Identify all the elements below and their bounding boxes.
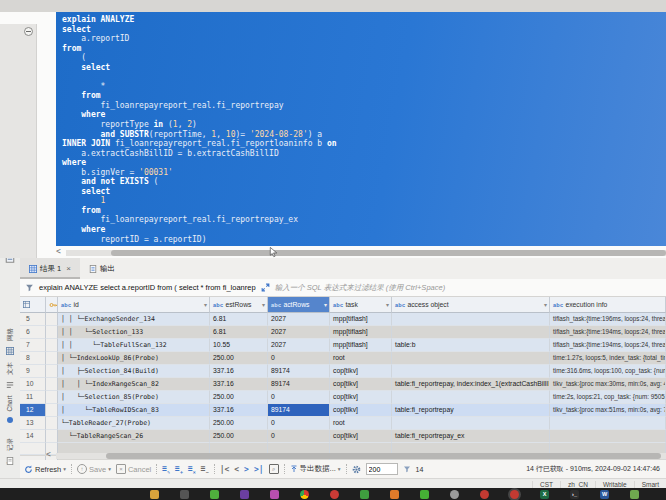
file-explorer-icon[interactable] [180,490,189,499]
chevron-down-icon[interactable]: ▾ [63,466,66,472]
cell-actRows[interactable]: 2027 [268,313,330,326]
green-grid-app-icon[interactable] [360,490,369,499]
cell-task[interactable]: mpp[tiflash] [330,339,392,352]
scroll-left-icon[interactable]: < [46,450,51,459]
table-row[interactable]: 12│ └─TableRowIDScan_83337.1689174cop[ti… [20,404,666,417]
row-number[interactable]: 6 [20,326,46,339]
row-number[interactable]: 7 [20,339,46,352]
refresh-button[interactable]: Refresh▾ [24,465,66,474]
table-row[interactable]: 7│ │ └─TableFullScan_13210.552027mpp[tif… [20,339,666,352]
side-tab-文本[interactable]: 文本 [0,364,20,393]
status-locale[interactable]: zh_CN [560,481,595,488]
cell-execution-info[interactable]: tikv_task:{proc max:30ms, min:0s, avg: 4… [550,378,666,391]
cell-estRows[interactable]: 6.81 [210,313,268,326]
cell-id[interactable]: │ ├─Selection_84(Build) [58,365,210,378]
delete-row-icon[interactable]: ≡× [188,464,196,475]
chrome-icon[interactable] [300,490,309,499]
table-row[interactable]: 6│ │ └─Selection_1336.812027mpp[tiflash]… [20,326,666,339]
cell-id[interactable]: │ │ └─TableFullScan_132 [58,339,210,352]
row-number[interactable]: 10 [20,378,46,391]
cell-actRows[interactable]: 0 [268,352,330,365]
pink-app-icon[interactable] [270,490,279,499]
key-cell[interactable] [46,391,58,404]
sort-icon[interactable]: ▾ [324,301,327,308]
last-page-icon[interactable]: >| [254,465,264,474]
cell-estRows[interactable]: 250.00 [210,352,268,365]
cell-id[interactable]: │ └─TableRowIDScan_83 [58,404,210,417]
wechat-icon[interactable] [420,490,429,499]
side-tab-网格[interactable]: 网格 [0,330,20,359]
status-writable[interactable]: Writable [595,481,634,488]
gear-app-icon[interactable] [450,490,459,499]
filter-placeholder[interactable]: 输入一个 SQL 表达式来过滤结果 (使用 Ctrl+Space) [275,283,446,293]
code-area[interactable]: explain ANALYZEselect a.reportIDfrom ( s… [56,12,666,246]
green-app-icon[interactable] [210,490,219,499]
cell-actRows[interactable]: 0 [268,430,330,443]
column-header-estRows[interactable]: abcestRows▾ [210,297,268,313]
cell-task[interactable]: cop[tikv] [330,391,392,404]
table-row[interactable]: 11│ └─Selection_85(Probe)250.000cop[tikv… [20,391,666,404]
row-gutter-header[interactable] [20,297,46,313]
row-number[interactable]: 12 [20,404,46,417]
red-circle-app-icon[interactable] [330,490,339,499]
cancel-button[interactable]: × Cancel [116,464,151,474]
cell-actRows[interactable]: 89174 [268,365,330,378]
settings-gear-icon[interactable] [352,465,361,474]
sort-icon[interactable]: ▾ [262,301,265,308]
cell-id[interactable]: │ │ └─Selection_133 [58,326,210,339]
red-badge-app-icon-active[interactable] [510,490,519,499]
cell-task[interactable]: cop[tikv] [330,430,392,443]
table-row[interactable]: 10│ │ └─IndexRangeScan_82337.1689174cop[… [20,378,666,391]
cell-execution-info[interactable]: time:2s, loops:21, cop_task: {num: 9505,… [550,391,666,404]
filter-query-text[interactable]: explain ANALYZE select a.reportID from (… [39,283,256,292]
row-number[interactable]: 13 [20,417,46,430]
table-row[interactable]: 14 └─TableRangeScan_26250.000cop[tikv]ta… [20,430,666,443]
cell-estRows[interactable]: 250.00 [210,391,268,404]
key-cell[interactable] [46,417,58,430]
column-header-actRows[interactable]: abcactRows▾ [268,297,330,313]
side-tab-记录[interactable]: 记录 [0,440,20,469]
chevron-down-icon[interactable]: ▾ [108,466,111,472]
cell-estRows[interactable]: 337.16 [210,365,268,378]
reload-page-icon[interactable]: ⌕ [269,464,279,474]
filter-icon[interactable] [25,283,34,292]
cell-access-object[interactable] [392,326,550,339]
key-cell[interactable] [46,352,58,365]
cell-execution-info[interactable]: time:1.27s, loops:5, index_task: {total_… [550,352,666,365]
table-row[interactable]: 13└─TableReader_27(Probe)250.000root [20,417,666,430]
scrollbar-thumb[interactable] [111,250,666,256]
grid-hscrollbar[interactable]: < [46,452,666,460]
row-number[interactable]: 11 [20,391,46,404]
column-header-task[interactable]: abctask▾ [330,297,392,313]
key-cell[interactable] [46,313,58,326]
scroll-left-icon[interactable]: < [56,247,61,256]
cell-task[interactable]: cop[tikv] [330,404,392,417]
cell-task[interactable]: cop[tikv] [330,378,392,391]
word-icon[interactable]: W [600,490,609,499]
row-number[interactable]: 5 [20,313,46,326]
cell-access-object[interactable] [392,391,550,404]
cell-actRows[interactable]: 0 [268,417,330,430]
table-row[interactable]: 5│ │ └─ExchangeSender_1346.812027mpp[tif… [20,313,666,326]
cell-id[interactable]: └─TableReader_27(Probe) [58,417,210,430]
cell-estRows[interactable]: 10.55 [210,339,268,352]
column-header-access-object[interactable]: abcaccess object▾ [392,297,550,313]
purple-app-icon[interactable] [240,490,249,499]
cell-estRows[interactable]: 6.81 [210,326,268,339]
row-number[interactable]: 14 [20,430,46,443]
cell-id[interactable]: │ └─IndexLookUp_86(Probe) [58,352,210,365]
close-icon[interactable]: × [66,264,71,273]
cell-execution-info[interactable]: tiflash_task:{time:196ms, loops:24, thre… [550,313,666,326]
cell-id[interactable]: │ │ └─ExchangeSender_134 [58,313,210,326]
side-tab-Chart[interactable]: Chart [0,400,20,427]
sort-icon[interactable]: ▾ [386,301,389,308]
cell-execution-info[interactable]: tiflash_task:{time:194ms, loops:24, thre… [550,326,666,339]
chevron-down-icon[interactable]: ▾ [338,466,341,472]
cell-estRows[interactable]: 250.00 [210,430,268,443]
cell-id[interactable]: │ └─Selection_85(Probe) [58,391,210,404]
cell-execution-info[interactable]: tikv_task:{proc max:51ms, min:0s, avg: 7… [550,404,666,417]
excel-icon[interactable]: X [540,490,549,499]
cell-task[interactable]: root [330,417,392,430]
cell-task[interactable]: mpp[tiflash] [330,313,392,326]
terminal-icon[interactable]: ›_ [570,490,579,499]
